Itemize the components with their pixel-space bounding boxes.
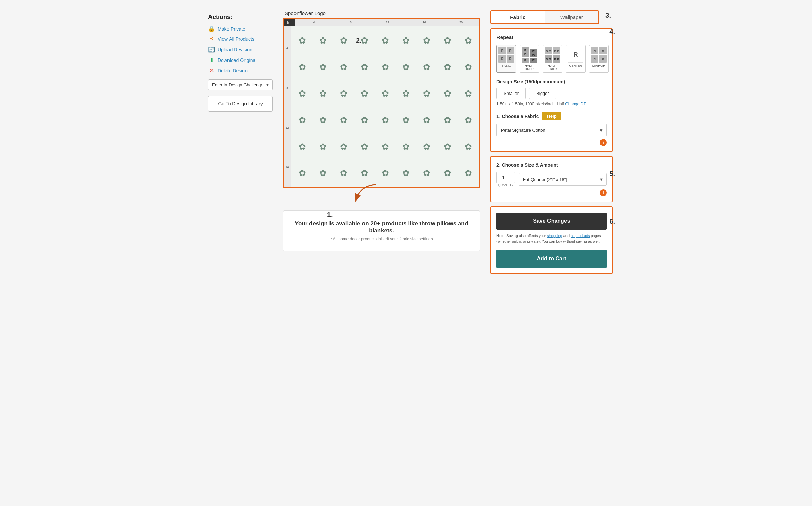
go-to-design-library-button[interactable]: Go To Design Library — [208, 96, 273, 112]
sidebar: Actions: 🔒 Make Private 👁 View All Produ… — [203, 7, 278, 282]
ruler-top: 4 8 12 16 20 — [284, 19, 479, 26]
smaller-button[interactable]: Smaller — [496, 88, 526, 99]
fabric-select[interactable]: Petal Signature Cotton Organic Cotton Sa… — [496, 124, 607, 136]
design-challenge-dropdown-wrapper[interactable]: Enter In Design Challenge ▼ — [208, 79, 273, 90]
design-size-title: Design Size (150dpi minimum) — [496, 79, 607, 84]
save-changes-button[interactable]: Save Changes — [496, 213, 607, 230]
flower-cell: ✿ — [355, 54, 375, 80]
help-button[interactable]: Help — [542, 112, 561, 120]
flower-cell: ✿ — [334, 28, 354, 53]
half-brick-icon: R R R R R R R R — [545, 47, 560, 63]
sidebar-item-upload-revision[interactable]: 🔄 Upload Revision — [208, 46, 273, 53]
flower-cell: ✿ — [334, 54, 354, 80]
flower-cell: ✿ — [458, 107, 478, 133]
sidebar-item-view-products[interactable]: 👁 View All Products — [208, 36, 273, 42]
choose-fabric-label: 1. Choose a Fabric — [496, 114, 539, 119]
tab-fabric[interactable]: Fabric — [491, 11, 545, 23]
flower-cell: ✿ — [334, 81, 354, 106]
flower-cell: ✿ — [313, 54, 333, 80]
design-challenge-select[interactable]: Enter In Design Challenge — [208, 79, 273, 90]
flower-cell: ✿ — [334, 134, 354, 159]
flower-cell: ✿ — [437, 28, 457, 53]
ruler-mark-v-8: 8 — [286, 68, 288, 107]
flower-cell: ✿ — [417, 54, 437, 80]
pattern-grid: ✿ ✿ ✿ ✿ ✿ ✿ ✿ ✿ ✿ ✿ ✿ ✿ ✿ ✿ — [291, 26, 479, 187]
ruler-mark-v-16: 16 — [285, 148, 289, 187]
flower-cell: ✿ — [292, 54, 312, 80]
flower-cell: ✿ — [458, 54, 478, 80]
arrow-indicator — [351, 181, 480, 206]
repeat-mirror[interactable]: Я R R Я MIRROR — [589, 45, 609, 73]
quantity-input[interactable] — [496, 172, 515, 183]
repeat-half-drop[interactable]: RR RR R R HALF-DROP — [520, 45, 539, 73]
flower-cell: ✿ — [292, 134, 312, 159]
flower-cell: ✿ — [375, 28, 395, 53]
ruler-mark-12: 12 — [369, 21, 406, 24]
center-icon: R — [568, 47, 583, 63]
repeat-basic[interactable]: R R R R BASIC — [496, 45, 516, 73]
upload-revision-label: Upload Revision — [218, 47, 252, 52]
ruler-mark-v-12: 12 — [285, 108, 289, 148]
flower-cell: ✿ — [458, 81, 478, 106]
save-note: Note: Saving also affects your shopping … — [496, 233, 607, 244]
flower-cell: ✿ — [396, 107, 416, 133]
flower-cell: ✿ — [334, 107, 354, 133]
flower-cell: ✿ — [437, 134, 457, 159]
flower-cell: ✿ — [417, 134, 437, 159]
add-to-cart-button[interactable]: Add to Cart — [496, 250, 607, 268]
basic-repeat-icon: R R R R — [498, 47, 514, 63]
step6-label: 6. — [609, 218, 615, 225]
design-info-box: Your design is available on 20+ products… — [283, 210, 480, 251]
step2-label: 2. — [356, 37, 362, 45]
arrow-svg — [351, 181, 382, 205]
half-drop-icon: RR RR R R — [522, 47, 537, 63]
repeat-title: Repeat — [496, 34, 607, 40]
sidebar-item-download-original[interactable]: ⬇ Download Original — [208, 57, 273, 63]
flower-cell: ✿ — [313, 107, 333, 133]
size-amount-row: QUANTITY Fat Quarter (21" x 18") 1 Yard … — [496, 172, 607, 187]
tab-wallpaper[interactable]: Wallpaper — [545, 11, 599, 23]
shopping-link[interactable]: shopping — [547, 234, 562, 238]
design-pattern: ✿ ✿ ✿ ✿ ✿ ✿ ✿ ✿ ✿ ✿ ✿ ✿ ✿ ✿ — [291, 26, 479, 187]
quantity-col: QUANTITY — [496, 172, 515, 187]
repeat-half-brick[interactable]: R R R R R R R R HALF-BRICK — [543, 45, 562, 73]
bigger-button[interactable]: Bigger — [529, 88, 556, 99]
design-title: Spoonflower Logo — [285, 10, 480, 16]
section4-info-row: i — [496, 139, 607, 146]
flower-cell: ✿ — [458, 134, 478, 159]
half-brick-label: HALF-BRICK — [545, 64, 560, 71]
save-note-text2: and — [562, 234, 571, 238]
flower-cell: ✿ — [396, 81, 416, 106]
section4-info-dot[interactable]: i — [600, 139, 607, 146]
change-dpi-link[interactable]: Change DPI — [565, 102, 587, 106]
basic-label: BASIC — [502, 64, 511, 67]
flower-cell: ✿ — [355, 134, 375, 159]
repeat-section: Repeat R R R R BASIC RR — [490, 28, 613, 152]
section5-info-dot[interactable]: i — [600, 189, 607, 196]
flower-cell: ✿ — [458, 28, 478, 53]
flower-cell: ✿ — [292, 28, 312, 53]
flower-cell: ✿ — [313, 134, 333, 159]
repeat-options: R R R R BASIC RR RR R R HALF-DROP — [496, 45, 607, 73]
size-select[interactable]: Fat Quarter (21" x 18") 1 Yard 2 Yards 3… — [519, 173, 607, 186]
size-info: 1.50in x 1.50in, 1000 pixels/inch, Half … — [496, 102, 607, 106]
mirror-label: MIRROR — [592, 64, 605, 67]
sidebar-item-delete-design[interactable]: ✕ Delete Design — [208, 67, 273, 74]
design-info-sub: * All home decor products inherit your f… — [290, 237, 473, 241]
flower-cell: ✿ — [292, 107, 312, 133]
flower-cell: ✿ — [437, 107, 457, 133]
size-select-wrapper: Fat Quarter (21" x 18") 1 Yard 2 Yards 3… — [519, 173, 607, 186]
sidebar-item-make-private[interactable]: 🔒 Make Private — [208, 26, 273, 32]
section5-info-row: i — [496, 189, 607, 196]
step4-label: 4. — [609, 28, 615, 36]
flower-cell: ✿ — [292, 81, 312, 106]
ruler-mark-20: 20 — [443, 21, 479, 24]
all-products-link[interactable]: all products — [571, 234, 590, 238]
save-section: Save Changes Note: Saving also affects y… — [490, 206, 613, 274]
step5-label: 5. — [609, 170, 615, 178]
right-panel: 3. Fabric Wallpaper 4. Repeat R R R R — [485, 7, 618, 282]
products-link[interactable]: 20+ products — [370, 220, 406, 227]
flower-cell: ✿ — [396, 134, 416, 159]
flower-cell: ✿ — [375, 107, 395, 133]
repeat-center[interactable]: R CENTER — [566, 45, 586, 73]
